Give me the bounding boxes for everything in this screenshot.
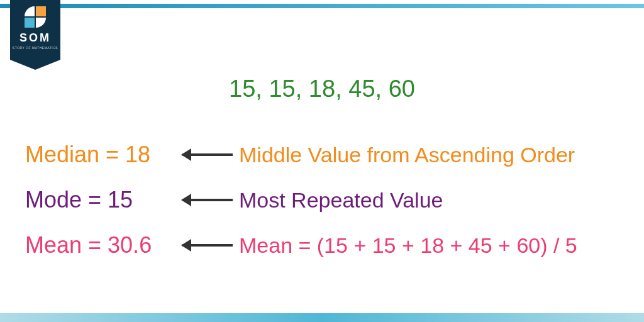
mode-row: Mode = 15 Most Repeated Value <box>25 177 629 223</box>
arrow-left-icon <box>182 244 233 247</box>
top-accent-bar <box>0 4 644 8</box>
arrow-left-icon <box>182 153 233 156</box>
brand-logo-icon <box>25 6 46 28</box>
mean-description: Mean = (15 + 15 + 18 + 45 + 60) / 5 <box>239 233 629 258</box>
bottom-accent-bar <box>0 313 644 322</box>
median-value: Median = 18 <box>25 142 176 168</box>
mean-row: Mean = 30.6 Mean = (15 + 15 + 18 + 45 + … <box>25 223 629 268</box>
page: SOM STORY OF MATHEMATICS 15, 15, 18, 45,… <box>0 0 644 322</box>
arrow-left-icon <box>182 199 233 201</box>
sorted-data-list: 15, 15, 18, 45, 60 <box>0 75 644 103</box>
stats-rows: Median = 18 Middle Value from Ascending … <box>25 132 629 268</box>
median-description: Middle Value from Ascending Order <box>239 143 629 167</box>
mode-value: Mode = 15 <box>25 187 176 213</box>
mean-value: Mean = 30.6 <box>25 232 176 258</box>
mode-description: Most Repeated Value <box>239 188 629 213</box>
brand-name: SOM <box>10 31 60 45</box>
brand-tagline: STORY OF MATHEMATICS <box>10 46 60 50</box>
median-row: Median = 18 Middle Value from Ascending … <box>25 132 629 177</box>
brand-badge: SOM STORY OF MATHEMATICS <box>10 0 60 60</box>
